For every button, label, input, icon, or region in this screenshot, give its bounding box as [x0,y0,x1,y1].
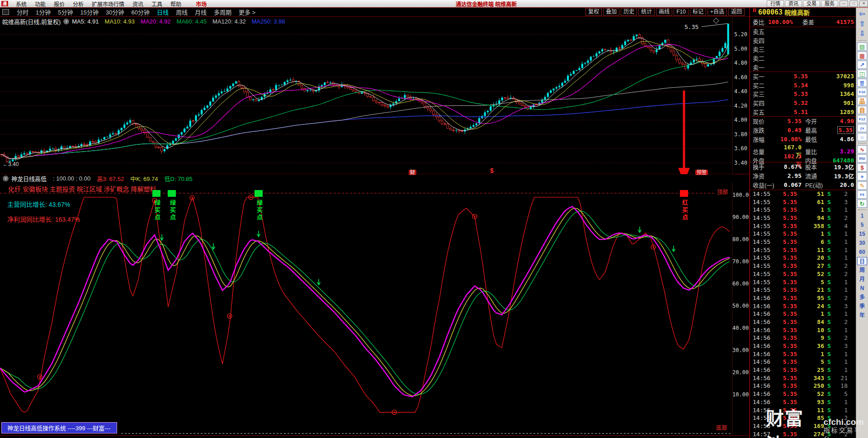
money-icon[interactable]: $ [857,163,867,171]
alert-tag[interactable]: 预警 [695,168,708,176]
period-tab-30分钟[interactable]: 30分钟 [102,8,127,16]
tool-button-标记[interactable]: 标记 [690,8,706,16]
period-15[interactable]: 15 [857,230,867,238]
up-arrow-icon[interactable]: ⇧ [857,19,867,29]
period-month[interactable]: 月 [857,275,867,283]
tool-button-叠加[interactable]: 叠加 [603,8,619,16]
period-5[interactable]: 5 [857,221,867,229]
minimize-icon[interactable]: — [840,0,848,7]
trade-row[interactable]: 14:555.356S1 [750,238,856,246]
quote-grid-icon[interactable]: ▦ [857,52,867,60]
menu-item-帮助[interactable]: 帮助 [166,0,185,8]
trade-row[interactable]: 14:555.355S1 [750,278,856,286]
tick-trade-list[interactable]: 14:555.3551S214:555.3561S314:555.351S114… [750,190,856,438]
pencil-icon[interactable]: ✎ [857,181,867,190]
trade-row[interactable]: 14:555.3520S1 [750,254,856,262]
trade-row[interactable]: 14:555.3551S2 [750,190,856,198]
trade-row[interactable]: 14:565.3536S3 [750,342,856,350]
indicator-collapse-icon[interactable]: ∨ [3,176,9,181]
tool-button-复权[interactable]: 复权 [585,8,602,16]
tool-button-统计[interactable]: 统计 [638,8,655,16]
period-60[interactable]: 60 [857,248,867,256]
trade-row[interactable]: 14:555.3521S1 [750,286,856,294]
period-quarter[interactable]: 季 [857,302,867,310]
custom-stock-icon[interactable]: 自 [857,106,867,114]
period-tab-分时[interactable]: 分时 [13,8,32,16]
trade-row[interactable]: 14:555.351S1 [750,230,856,238]
list-icon[interactable]: ≣ [857,79,867,87]
back-arrow-icon[interactable]: ⇦ [857,10,867,19]
menu-item-扩展市场行情[interactable]: 扩展市场行情 [88,0,128,8]
move-cross-icon[interactable]: + [857,172,867,181]
menu-item-系统[interactable]: 系统 [12,0,31,8]
period-week[interactable]: 周 [857,266,867,274]
tool-button-历史[interactable]: 历史 [621,8,637,16]
trade-row[interactable]: 14:575.35274S2 [750,430,856,438]
header-button-服务[interactable]: 服务 [821,0,838,7]
menu-item-报价[interactable]: 报价 [50,0,69,8]
trade-row[interactable]: 14:555.351S1 [750,206,856,214]
tool-button-+自选[interactable]: +自选 [708,8,727,16]
period-year[interactable]: 年 [857,311,867,319]
f10-icon[interactable]: F10 [857,88,867,96]
period-n[interactable]: N [857,284,867,292]
down-arrow-icon[interactable]: ⇩ [857,29,867,38]
restore-icon[interactable]: □ [849,0,858,7]
report-icon[interactable]: ▤ [857,43,867,51]
period-tab-5分钟[interactable]: 5分钟 [54,8,76,16]
menu-item-功能[interactable]: 功能 [31,0,50,8]
trade-row[interactable]: 14:555.3594S2 [750,214,856,222]
f12-icon[interactable]: F12 [857,115,867,123]
trade-row[interactable]: 14:565.3585S2 [750,414,856,422]
period-day[interactable]: 日 [857,257,867,265]
trade-row[interactable]: 14:565.3511S1 [750,406,856,414]
trade-row[interactable]: 14:555.3552S2 [750,270,856,278]
menu-item-分析[interactable]: 分析 [69,0,88,8]
menu-item-资讯[interactable]: 资讯 [128,0,147,8]
period-1[interactable]: 1 [857,212,867,220]
trade-row[interactable]: 14:555.3561S3 [750,198,856,206]
period-tab-多周期[interactable]: 多周期 [210,8,235,16]
trade-row[interactable]: 14:565.35343S21 [750,374,856,382]
trade-row[interactable]: 14:555.3511S1 [750,246,856,254]
trade-row[interactable]: 14:565.35250S18 [750,382,856,390]
header-button-行情[interactable]: 行情 [767,0,784,7]
candlestick-and-indicator-chart[interactable]: 5.205.004.804.604.404.204.003.803.603.40… [0,17,749,438]
kline-icon[interactable]: ◫ [857,70,867,78]
trade-row[interactable]: 14:565.3524S3 [750,302,856,310]
period-tab-60分钟[interactable]: 60分钟 [127,8,153,16]
period-tab-15分钟[interactable]: 15分钟 [76,8,102,16]
refresh-icon[interactable]: ↻ [857,200,867,208]
period-30[interactable]: 30 [857,239,867,247]
trade-row[interactable]: 14:565.351S1 [750,350,856,358]
circle-icon[interactable]: ○ [857,133,867,141]
f5-icon[interactable]: F5 [857,190,867,199]
period-tab-周线[interactable]: 周线 [172,8,191,16]
trade-row[interactable]: 14:565.3552S5 [750,390,856,398]
period-tab-月线[interactable]: 月线 [191,8,210,16]
rsi-icon[interactable]: RSI [857,154,867,162]
dollar-tag[interactable]: $ [490,167,494,174]
trade-row[interactable]: 14:565.351S1 [750,310,856,318]
tool-button-F10[interactable]: F10 [674,8,689,16]
header-button-交易[interactable]: 交易 [803,0,820,7]
trade-row[interactable]: 14:565.355S1 [750,358,856,366]
period-tab-日线[interactable]: 日线 [153,8,172,16]
trade-row[interactable]: 14:565.359S2 [750,334,856,342]
trade-row[interactable]: 14:555.35358S4 [750,222,856,230]
structure-icon[interactable]: 品 [857,97,867,105]
cai-tag[interactable]: 财 [409,168,416,176]
tool-button-画线[interactable]: 画线 [656,8,672,16]
trade-row[interactable]: 14:555.3527S2 [750,262,856,270]
trade-row[interactable]: 14:565.3525S1 [750,366,856,374]
trade-row[interactable]: 14:565.3595S2 [750,294,856,302]
close-icon[interactable]: ✕ [859,0,868,7]
trade-row[interactable]: 14:565.3584S2 [750,318,856,326]
header-button-资讯[interactable]: 资讯 [785,0,802,7]
trade-row[interactable]: 14:565.35169S3 [750,422,856,430]
period-multi[interactable]: 多 [857,293,867,301]
menu-item-market[interactable]: 市场 [192,0,211,8]
period-tab-1分钟[interactable]: 1分钟 [32,8,54,16]
period-tab-更多 >[interactable]: 更多 > [235,8,259,16]
tool-button-返回[interactable]: 返回 [728,8,745,16]
